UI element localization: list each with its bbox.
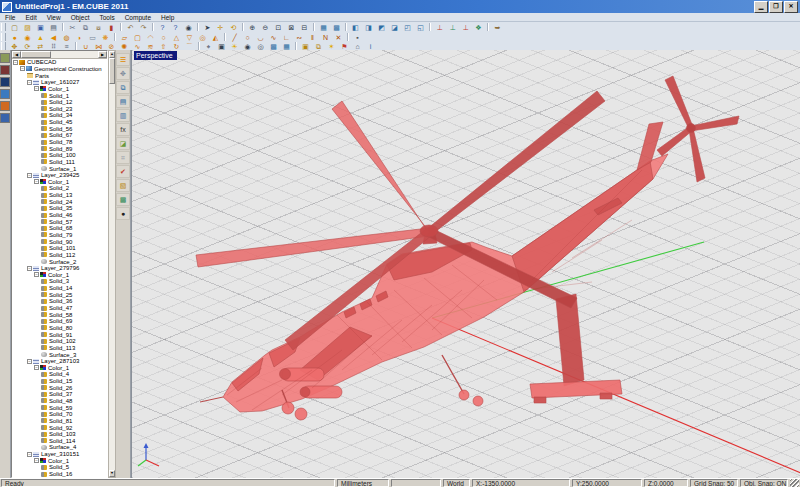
tree-item-solid-12[interactable]: Solid_12 — [13, 99, 107, 106]
collapse-icon[interactable]: − — [27, 452, 32, 457]
palette-button[interactable]: ▩ — [116, 193, 130, 206]
tree-item-cubecad[interactable]: −CUBECAD — [13, 59, 107, 66]
tree-item-solid-24[interactable]: Solid_24 — [13, 198, 107, 205]
tree-item-solid-69[interactable]: Solid_69 — [13, 318, 107, 325]
tree-item-solid-3[interactable]: Solid_3 — [13, 278, 107, 285]
scroll-left-icon[interactable]: ◀ — [12, 51, 21, 58]
view-right-button[interactable]: ◪ — [389, 22, 401, 33]
menu-file[interactable]: File — [0, 14, 20, 21]
tree-item-solid-1[interactable]: Solid_1 — [13, 92, 107, 99]
tree-item-solid-58[interactable]: Solid_58 — [13, 311, 107, 318]
scroll-down-icon[interactable]: ▼ — [109, 470, 115, 477]
scroll-right-icon[interactable]: ▶ — [98, 51, 107, 58]
tree-item-solid-90[interactable]: Solid_90 — [13, 238, 107, 245]
tree-item-solid-47[interactable]: Solid_47 — [13, 305, 107, 312]
pick-arrow-button[interactable]: ➥ — [492, 22, 504, 33]
collapse-icon[interactable]: − — [27, 173, 32, 178]
hscroll-thumb[interactable] — [21, 51, 51, 58]
tree-item-solid-2[interactable]: Solid_2 — [13, 185, 107, 192]
tree-item-layer-279796[interactable]: −Layer_279796 — [13, 265, 107, 272]
tree-item-solid-67[interactable]: Solid_67 — [13, 132, 107, 139]
panel-b-button[interactable]: ▥ — [116, 109, 130, 122]
collapse-icon[interactable]: − — [34, 458, 39, 463]
module-1-icon[interactable] — [0, 53, 10, 63]
grid-toggle-button[interactable]: ⊥ — [447, 22, 459, 33]
tree-item-solid-111[interactable]: Solid_111 — [13, 159, 107, 166]
tree-item-solid-35[interactable]: Solid_35 — [13, 205, 107, 212]
tree-item-solid-36[interactable]: Solid_36 — [13, 298, 107, 305]
tree-item-solid-25[interactable]: Solid_25 — [13, 291, 107, 298]
collapse-icon[interactable]: − — [34, 86, 39, 91]
collapse-icon[interactable]: − — [27, 359, 32, 364]
module-3-icon[interactable] — [0, 77, 10, 87]
tree-item-solid-79[interactable]: Solid_79 — [13, 232, 107, 239]
tree-item-solid-103[interactable]: Solid_103 — [13, 431, 107, 438]
toolbar-grip[interactable] — [1, 42, 6, 50]
menu-object[interactable]: Object — [66, 14, 95, 21]
tree-item-surface-1[interactable]: Surface_1 — [13, 165, 107, 172]
tree-item-solid-80[interactable]: Solid_80 — [13, 325, 107, 332]
resize-grip[interactable] — [790, 479, 799, 487]
tree-item-solid-46[interactable]: Solid_46 — [13, 212, 107, 219]
menu-tools[interactable]: Tools — [94, 14, 119, 21]
collapse-icon[interactable]: − — [27, 80, 32, 85]
tree-item-layer-161027[interactable]: −Layer_161027 — [13, 79, 107, 86]
tree-item-color-1[interactable]: −Color_1 — [13, 179, 107, 186]
mesh-grid-button[interactable]: ⌗ — [116, 151, 130, 164]
tree-item-solid-100[interactable]: Solid_100 — [13, 152, 107, 159]
tree-item-geometrical-construction[interactable]: −Geometrical Construction — [13, 66, 107, 73]
validate-button[interactable]: ✔ — [116, 165, 130, 178]
tree-item-solid-59[interactable]: Solid_59 — [13, 404, 107, 411]
tree-item-solid-91[interactable]: Solid_91 — [13, 331, 107, 338]
helicopter-model[interactable] — [196, 76, 739, 420]
tree-item-solid-113[interactable]: Solid_113 — [13, 345, 107, 352]
tree-item-solid-70[interactable]: Solid_70 — [13, 411, 107, 418]
tree-item-solid-78[interactable]: Solid_78 — [13, 139, 107, 146]
list-params-button[interactable]: ☰ — [116, 53, 130, 66]
tree-vertical-scrollbar[interactable]: ▲ ▼ — [108, 50, 116, 478]
tree-item-solid-56[interactable]: Solid_56 — [13, 125, 107, 132]
viewport[interactable]: Perspective — [131, 50, 800, 478]
tree-item-solid-102[interactable]: Solid_102 — [13, 338, 107, 345]
tree-item-layer-239425[interactable]: −Layer_239425 — [13, 172, 107, 179]
view-perspective-button[interactable]: ◱ — [415, 22, 427, 33]
module-5-icon[interactable] — [0, 101, 10, 111]
view-front-button[interactable]: ◰ — [402, 22, 414, 33]
module-6-icon[interactable] — [0, 113, 10, 123]
tree-item-solid-23[interactable]: Solid_23 — [13, 105, 107, 112]
tree-item-solid-15[interactable]: Solid_15 — [13, 378, 107, 385]
tree-item-solid-26[interactable]: Solid_26 — [13, 384, 107, 391]
collapse-icon[interactable]: − — [20, 66, 25, 71]
tree-item-solid-34[interactable]: Solid_34 — [13, 112, 107, 119]
status-grid-snap[interactable]: Grid Snap: 50 — [690, 479, 738, 487]
module-2-icon[interactable] — [0, 65, 10, 75]
minimize-button[interactable]: ▁ — [754, 1, 768, 13]
status-obj-snap[interactable]: Obj. Snap: ON — [740, 479, 788, 487]
tree-horizontal-scrollbar[interactable]: ◀ ▶ — [12, 51, 107, 59]
tree-item-layer-287103[interactable]: −Layer_287103 — [13, 358, 107, 365]
maximize-button[interactable]: ❐ — [769, 1, 783, 13]
menu-help[interactable]: Help — [156, 14, 179, 21]
menu-edit[interactable]: Edit — [20, 14, 41, 21]
view-bottom-button[interactable]: ◨ — [363, 22, 375, 33]
tree-item-solid-13[interactable]: Solid_13 — [13, 192, 107, 199]
scroll-up-icon[interactable]: ▲ — [109, 51, 115, 58]
tree-item-color-1[interactable]: −Color_1 — [13, 272, 107, 279]
tree-item-color-1[interactable]: −Color_1 — [13, 457, 107, 464]
move-xyz-button[interactable]: ✥ — [116, 67, 130, 80]
menu-compute[interactable]: Compute — [120, 14, 156, 21]
tree-item-solid-101[interactable]: Solid_101 — [13, 245, 107, 252]
toolbar-grip[interactable] — [1, 33, 6, 41]
axes-toggle-button[interactable]: ⊥ — [434, 22, 446, 33]
tree-item-surface-2[interactable]: Surface_2 — [13, 258, 107, 265]
tree-item-solid-45[interactable]: Solid_45 — [13, 119, 107, 126]
collapse-icon[interactable]: − — [34, 365, 39, 370]
collapse-icon[interactable]: − — [34, 179, 39, 184]
tree-item-solid-16[interactable]: Solid_16 — [13, 471, 107, 478]
point-probe-button[interactable]: ● — [116, 207, 130, 220]
close-button[interactable]: ✕ — [784, 1, 798, 13]
tree-item-solid-48[interactable]: Solid_48 — [13, 398, 107, 405]
tree-item-solid-68[interactable]: Solid_68 — [13, 225, 107, 232]
tree-item-surface-3[interactable]: Surface_3 — [13, 351, 107, 358]
tree-item-solid-4[interactable]: Solid_4 — [13, 371, 107, 378]
